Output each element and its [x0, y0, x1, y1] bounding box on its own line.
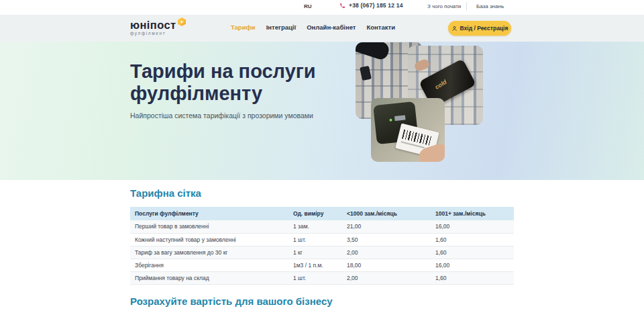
- hero-photo-label-printer: [371, 98, 445, 162]
- table-cell: 1м3 / 1 п.м.: [288, 259, 342, 271]
- table-cell: Зберігання: [130, 259, 288, 271]
- table-cell: 18,00: [342, 259, 431, 271]
- table-cell: 16,00: [431, 220, 514, 233]
- nav-item-tariffs[interactable]: Тарифи: [231, 24, 256, 31]
- phone-number: +38 (067) 185 12 14: [349, 2, 403, 9]
- pricing-heading: Тарифна сітка: [130, 187, 644, 199]
- hero-section: Тарифи на послуги фулфілменту Найпростіш…: [0, 42, 644, 180]
- link-knowledge-base[interactable]: База знань: [476, 3, 504, 9]
- table-cell: 1,60: [431, 246, 514, 259]
- table-cell: 1 шт.: [288, 233, 342, 246]
- logo-hexagon-icon: ➤: [178, 17, 186, 26]
- table-column-header: Од. виміру: [288, 207, 342, 220]
- pricing-section: Тарифна сітка Послуги фулфілментуОд. вим…: [0, 180, 644, 307]
- printer-led: [389, 119, 392, 122]
- logo-subtitle: фулфілмент: [130, 31, 186, 36]
- table-cell: Перший товар в замовленні: [130, 220, 288, 233]
- table-cell: 16,00: [431, 259, 514, 271]
- table-cell: 1 кг: [288, 246, 342, 259]
- table-cell: Тариф за вагу замовлення до 30 кг: [130, 246, 288, 259]
- table-cell: Приймання товару на склад: [130, 271, 288, 284]
- logo[interactable]: юніпост ➤ фулфілмент: [130, 19, 186, 36]
- table-cell: 3,50: [342, 233, 431, 246]
- logo-title: юніпост: [130, 19, 176, 30]
- table-cell: 1 шт.: [288, 271, 342, 284]
- table-column-header: 1001+ зам./місяць: [431, 207, 514, 220]
- nav-links: Тарифи Інтеграції Онлайн-кабінет Контакт…: [231, 24, 395, 31]
- main-navbar: юніпост ➤ фулфілмент Тарифи Інтеграції О…: [0, 15, 644, 42]
- table-cell: 2,00: [342, 246, 431, 259]
- calculator-heading: Розрахуйте вартість для вашого бізнесу: [130, 295, 644, 307]
- table-cell: Кожний наступний товар у замовленні: [130, 233, 288, 246]
- page-title: Тарифи на послуги фулфілменту: [130, 60, 316, 105]
- language-switcher[interactable]: RU: [304, 3, 312, 9]
- table-column-header: Послуги фулфілменту: [130, 207, 288, 220]
- table-cell: 21,00: [342, 220, 431, 233]
- phone-link[interactable]: +38 (067) 185 12 14: [339, 2, 403, 9]
- link-how-to-start[interactable]: З чого почати: [427, 3, 461, 9]
- table-column-header: <1000 зам./місяць: [342, 207, 431, 220]
- table-row: Тариф за вагу замовлення до 30 кг1 кг2,0…: [130, 246, 514, 259]
- table-cell: 1 зам.: [288, 220, 342, 233]
- nav-item-integrations[interactable]: Інтеграції: [266, 24, 297, 31]
- page-title-line1: Тарифи на послуги: [130, 60, 316, 82]
- page-title-line2: фулфілменту: [130, 83, 262, 104]
- user-icon: [451, 26, 458, 32]
- table-row: Кожний наступний товар у замовленні1 шт.…: [130, 233, 514, 246]
- table-header-row: Послуги фулфілментуОд. виміру<1000 зам./…: [130, 207, 514, 220]
- table-cell: 1,60: [431, 271, 514, 284]
- page-subtitle: Найпростіша система тарифікації з прозор…: [130, 111, 313, 120]
- printer-panel: [394, 115, 406, 121]
- table-row: Зберігання1м3 / 1 п.м.18,0016,00: [130, 259, 514, 271]
- table-row: Приймання товару на склад1 шт.2,001,60: [130, 271, 514, 284]
- topbar-divider: [466, 2, 467, 10]
- table-row: Перший товар в замовленні1 зам.21,0016,0…: [130, 220, 514, 233]
- nav-item-online-cabinet[interactable]: Онлайн-кабінет: [307, 24, 356, 31]
- login-register-label: Вхід / Реєстрація: [460, 25, 508, 32]
- table-cell: 2,00: [342, 271, 431, 284]
- login-register-button[interactable]: Вхід / Реєстрація: [448, 21, 511, 36]
- table-cell: 1,60: [431, 233, 514, 246]
- top-utility-bar: RU +38 (067) 185 12 14 З чого почати Баз…: [0, 0, 644, 15]
- pricing-table: Послуги фулфілментуОд. виміру<1000 зам./…: [130, 207, 514, 285]
- page: RU +38 (067) 185 12 14 З чого почати Баз…: [0, 0, 644, 319]
- phone-icon: [339, 3, 345, 9]
- nav-item-contacts[interactable]: Контакти: [366, 24, 395, 31]
